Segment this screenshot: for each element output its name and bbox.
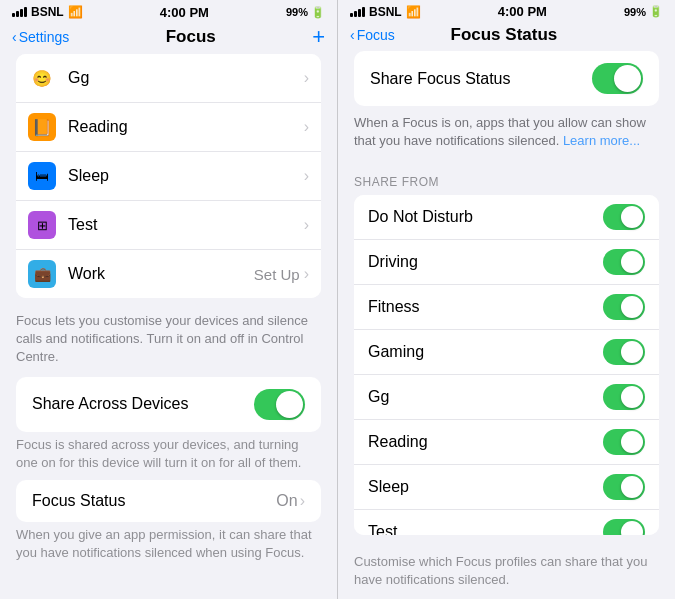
fitness-toggle[interactable]: [603, 294, 645, 320]
battery-percent-right: 99%: [624, 6, 646, 18]
gg-icon: 😊: [28, 64, 56, 92]
share-focus-status-desc: When a Focus is on, apps that you allow …: [338, 110, 675, 160]
reading-label: Reading: [68, 118, 304, 136]
share-item-label: Driving: [368, 253, 603, 271]
nav-bar-left: ‹ Settings Focus +: [0, 22, 337, 54]
back-button-right[interactable]: ‹ Focus: [350, 27, 395, 43]
back-label-left: Settings: [19, 29, 70, 45]
sleep-label: Sleep: [68, 167, 304, 185]
carrier-left: BSNL: [31, 5, 64, 19]
toggle-knob: [621, 386, 643, 408]
battery-icon-right: 🔋: [649, 5, 663, 18]
list-item[interactable]: ⊞ Test ›: [16, 201, 321, 250]
list-item[interactable]: 😊 Gg ›: [16, 54, 321, 103]
share-item-label: Do Not Disturb: [368, 208, 603, 226]
share-devices-label: Share Across Devices: [32, 395, 254, 413]
gg-toggle[interactable]: [603, 384, 645, 410]
test-toggle[interactable]: [603, 519, 645, 535]
toggle-knob: [621, 521, 643, 535]
toggle-knob-r: [614, 65, 641, 92]
share-item[interactable]: Gaming: [354, 330, 659, 375]
toggle-knob: [276, 391, 303, 418]
focus-status-value: On: [276, 492, 297, 510]
nav-title-right: Focus Status: [451, 25, 558, 45]
share-from-list: Do Not Disturb Driving Fitness Gaming Gg: [354, 195, 659, 535]
work-label: Work: [68, 265, 254, 283]
learn-more-link[interactable]: Learn more...: [563, 133, 640, 148]
share-item-label: Reading: [368, 433, 603, 451]
share-focus-status-row: Share Focus Status: [354, 51, 659, 106]
back-button-left[interactable]: ‹ Settings: [12, 29, 69, 45]
share-devices-toggle[interactable]: [254, 389, 305, 420]
chevron-icon: ›: [304, 118, 309, 136]
share-item-label: Fitness: [368, 298, 603, 316]
setup-text: Set Up: [254, 266, 300, 283]
time-right: 4:00 PM: [498, 4, 547, 19]
share-devices-desc: Focus is shared across your devices, and…: [0, 436, 337, 480]
wifi-icon: 📶: [68, 5, 83, 19]
chevron-icon: ›: [304, 69, 309, 87]
focus-status-right: On ›: [276, 492, 305, 510]
back-label-right: Focus: [357, 27, 395, 43]
toggle-knob: [621, 476, 643, 498]
battery-left: 99% 🔋: [286, 6, 325, 19]
chevron-icon: ›: [304, 265, 309, 283]
focus-status-desc: When you give an app permission, it can …: [0, 526, 337, 570]
list-item[interactable]: 💼 Work Set Up ›: [16, 250, 321, 298]
add-focus-button[interactable]: +: [312, 26, 325, 48]
test-icon: ⊞: [28, 211, 56, 239]
share-item-label: Test: [368, 523, 603, 535]
list-item[interactable]: 🛏 Sleep ›: [16, 152, 321, 201]
focus-description: Focus lets you customise your devices an…: [0, 306, 337, 377]
status-bar-left: BSNL 📶 4:00 PM 99% 🔋: [0, 0, 337, 22]
reading-toggle[interactable]: [603, 429, 645, 455]
signal-icon-r: [350, 7, 365, 17]
share-across-devices-row: Share Across Devices: [16, 377, 321, 432]
gg-label: Gg: [68, 69, 304, 87]
sleep-icon: 🛏: [28, 162, 56, 190]
chevron-icon: ›: [304, 167, 309, 185]
time-left: 4:00 PM: [160, 5, 209, 20]
toggle-knob: [621, 206, 643, 228]
toggle-knob: [621, 251, 643, 273]
share-item[interactable]: Gg: [354, 375, 659, 420]
sleep-toggle[interactable]: [603, 474, 645, 500]
nav-title-left: Focus: [166, 27, 216, 47]
battery-percent-left: 99%: [286, 6, 308, 18]
share-focus-status-toggle[interactable]: [592, 63, 643, 94]
driving-toggle[interactable]: [603, 249, 645, 275]
battery-icon-left: 🔋: [311, 6, 325, 19]
chevron-icon: ›: [300, 492, 305, 510]
status-left-r: BSNL 📶: [350, 5, 421, 19]
nav-bar-right: ‹ Focus Focus Status: [338, 21, 675, 51]
share-item[interactable]: Reading: [354, 420, 659, 465]
test-label: Test: [68, 216, 304, 234]
wifi-icon-r: 📶: [406, 5, 421, 19]
share-item[interactable]: Test: [354, 510, 659, 535]
list-item[interactable]: 📙 Reading ›: [16, 103, 321, 152]
focus-status-row[interactable]: Focus Status On ›: [16, 480, 321, 522]
battery-right: 99% 🔋: [624, 5, 663, 18]
share-item[interactable]: Driving: [354, 240, 659, 285]
work-icon: 💼: [28, 260, 56, 288]
chevron-icon: ›: [304, 216, 309, 234]
chevron-left-icon: ‹: [12, 29, 17, 45]
signal-icon: [12, 7, 27, 17]
share-item[interactable]: Fitness: [354, 285, 659, 330]
share-from-header: SHARE FROM: [338, 161, 675, 195]
reading-icon: 📙: [28, 113, 56, 141]
left-panel: BSNL 📶 4:00 PM 99% 🔋 ‹ Settings Focus + …: [0, 0, 337, 599]
toggle-knob: [621, 431, 643, 453]
share-item[interactable]: Do Not Disturb: [354, 195, 659, 240]
share-focus-status-label: Share Focus Status: [370, 70, 592, 88]
gaming-toggle[interactable]: [603, 339, 645, 365]
focus-list: 😊 Gg › 📙 Reading › 🛏 Sleep › ⊞ Test › 💼 …: [16, 54, 321, 298]
dnd-toggle[interactable]: [603, 204, 645, 230]
share-item[interactable]: Sleep: [354, 465, 659, 510]
carrier-right: BSNL: [369, 5, 402, 19]
bottom-description: Customise which Focus profiles can share…: [338, 543, 675, 599]
toggle-knob: [621, 296, 643, 318]
focus-status-label: Focus Status: [32, 492, 276, 510]
share-item-label: Gg: [368, 388, 603, 406]
right-panel: BSNL 📶 4:00 PM 99% 🔋 ‹ Focus Focus Statu…: [337, 0, 675, 599]
